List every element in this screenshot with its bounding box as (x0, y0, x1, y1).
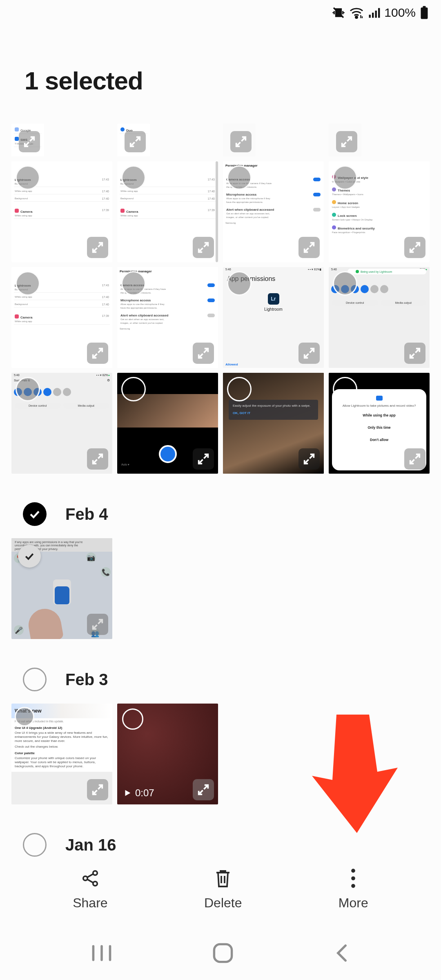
thumbnail[interactable]: Wallpaper and styleWallpapers • Color pa… (329, 161, 430, 262)
svg-rect-3 (375, 11, 377, 18)
share-button[interactable]: Share (73, 868, 107, 911)
svg-rect-2 (372, 13, 374, 18)
thumbnail[interactable]: 5:40▪ ▪ ▾ 81%● Being used by Lightroom D… (329, 267, 430, 368)
expand-icon[interactable] (404, 237, 425, 258)
video-duration: 0:07 (123, 787, 154, 799)
thumbnail[interactable]: 5:40▪ ▪ ▾ 81%▮ App permissions Lr Lightr… (223, 267, 324, 368)
svg-rect-6 (423, 6, 425, 8)
expand-icon[interactable] (298, 237, 320, 258)
thumbnail[interactable]: 5:40▪ ▪ ▾ 82%● Sun, Feb 6⚙ Device contro… (11, 373, 112, 474)
svg-rect-5 (421, 7, 428, 19)
thumb-row-feb3: What's new Find out what's included in t… (0, 704, 441, 804)
expand-icon[interactable] (298, 448, 320, 470)
thumbnail[interactable]: Duo (117, 124, 150, 156)
trash-icon (213, 868, 233, 889)
expand-icon[interactable] (19, 131, 40, 152)
more-vertical-icon (346, 868, 361, 889)
expand-icon[interactable] (404, 448, 425, 470)
thumbnail[interactable] (329, 124, 361, 156)
selection-header: 1 selected (0, 25, 441, 124)
expand-icon[interactable] (87, 343, 108, 364)
thumbnail[interactable]: Allow Lightroom to take pictures and rec… (329, 373, 430, 474)
select-toggle[interactable] (121, 271, 146, 296)
nav-home[interactable] (212, 942, 234, 966)
wifi-icon (349, 7, 364, 19)
select-toggle[interactable] (227, 271, 252, 296)
svg-point-13 (351, 884, 355, 888)
battery-percent: 100% (384, 6, 416, 20)
thumbnail[interactable] (223, 124, 256, 156)
svg-rect-4 (378, 8, 380, 18)
thumb-row: LightroomBackground17:43 While using app… (0, 161, 441, 262)
thumbnail[interactable]: Permission manager Camera accessAllow ap… (223, 161, 324, 262)
expand-icon[interactable] (193, 448, 214, 470)
svg-point-0 (356, 16, 358, 18)
expand-icon[interactable] (404, 343, 425, 364)
date-header-feb4[interactable]: Feb 4 (0, 474, 441, 538)
select-toggle[interactable] (16, 271, 40, 296)
status-bar: 100% (0, 0, 441, 25)
expand-icon[interactable] (87, 448, 108, 470)
thumbnail[interactable]: What's new Find out what's included in t… (11, 704, 112, 804)
battery-icon (420, 6, 429, 20)
nav-back[interactable] (333, 943, 351, 964)
date-checkbox-checked[interactable] (23, 502, 47, 526)
select-toggle[interactable] (16, 165, 40, 190)
select-toggle[interactable] (333, 165, 357, 190)
signal-icon (368, 7, 380, 19)
select-toggle[interactable] (121, 165, 146, 190)
thumb-row-partial: Google SMST-Mobile, Google Duo (0, 124, 441, 156)
expand-icon[interactable] (87, 779, 108, 800)
svg-point-11 (351, 869, 355, 873)
expand-icon[interactable] (193, 779, 214, 800)
svg-rect-14 (214, 944, 232, 962)
more-button[interactable]: More (339, 868, 368, 911)
thumbnail[interactable]: LightroomBackground17:43 While using app… (117, 161, 218, 262)
select-toggle[interactable] (333, 271, 357, 296)
thumbnail[interactable]: Permission manager Camera accessAllow ap… (117, 267, 218, 368)
date-label: Feb 3 (65, 670, 108, 689)
thumbnail-selected[interactable]: If any apps are using permissions in a w… (11, 538, 112, 639)
thumbnail[interactable]: Google SMST-Mobile, Google (11, 124, 44, 156)
date-header-feb3[interactable]: Feb 3 (0, 639, 441, 704)
select-toggle[interactable] (16, 377, 40, 401)
share-label: Share (73, 895, 107, 911)
svg-point-8 (83, 876, 87, 880)
thumb-row: 5:40▪ ▪ ▾ 82%● Sun, Feb 6⚙ Device contro… (0, 373, 441, 474)
action-bar: Share Delete More (0, 850, 441, 928)
thumb-row: LightroomBackground17:43 While using app… (0, 267, 441, 368)
select-toggle[interactable] (15, 707, 34, 726)
thumb-row-feb4: If any apps are using permissions in a w… (0, 538, 441, 639)
expand-icon[interactable] (230, 131, 252, 152)
date-label: Feb 4 (65, 505, 108, 523)
svg-point-10 (93, 881, 97, 885)
expand-icon[interactable] (298, 343, 320, 364)
select-toggle[interactable] (122, 708, 143, 730)
selected-check-icon[interactable] (18, 545, 41, 568)
select-toggle[interactable] (121, 377, 146, 401)
page-title: 1 selected (24, 66, 416, 95)
select-toggle[interactable] (333, 377, 357, 401)
expand-icon[interactable] (87, 237, 108, 258)
select-toggle[interactable] (227, 377, 252, 401)
thumbnail[interactable]: Easily adjust the exposure of your photo… (223, 373, 324, 474)
thumbnail[interactable]: Auto ▾ (117, 373, 218, 474)
expand-icon[interactable] (336, 131, 357, 152)
svg-point-9 (93, 871, 97, 875)
share-icon (80, 868, 100, 889)
system-nav-bar (0, 928, 441, 980)
delete-label: Delete (204, 895, 242, 911)
svg-point-12 (351, 876, 355, 880)
delete-button[interactable]: Delete (204, 868, 242, 911)
expand-icon[interactable] (193, 237, 214, 258)
expand-icon[interactable] (87, 614, 108, 635)
date-checkbox[interactable] (23, 668, 47, 691)
expand-icon[interactable] (125, 131, 146, 152)
thumbnail[interactable]: LightroomBackground17:43 While using app… (11, 161, 112, 262)
thumbnail[interactable]: LightroomBackground17:43 While using app… (11, 267, 112, 368)
select-toggle[interactable] (227, 165, 252, 190)
thumbnail-video[interactable]: 0:07 (117, 704, 218, 804)
expand-icon[interactable] (193, 343, 214, 364)
vibrate-icon (332, 6, 345, 19)
nav-recents[interactable] (90, 944, 113, 964)
